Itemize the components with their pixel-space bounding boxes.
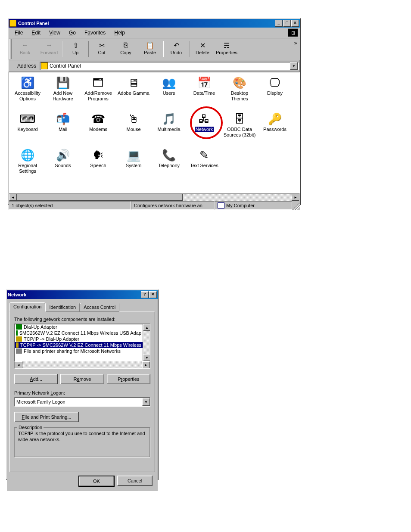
tab-identification[interactable]: Identification bbox=[45, 303, 80, 312]
odbc-icon[interactable]: 🗄ODBC Data Sources (32bit) bbox=[222, 110, 257, 146]
menu-favorites[interactable]: Favorites bbox=[80, 29, 110, 37]
resize-grip-icon[interactable] bbox=[292, 201, 300, 210]
scroll-right-icon[interactable]: ► bbox=[292, 194, 299, 201]
component-item[interactable]: Dial-Up Adapter bbox=[15, 324, 143, 330]
address-bar: Address Control Panel ▼ bbox=[9, 60, 300, 72]
ok-button[interactable]: OK bbox=[78, 476, 115, 487]
modems-icon-label: Modems bbox=[88, 127, 108, 132]
horizontal-scrollbar[interactable]: ◄ ► bbox=[9, 193, 300, 201]
up-button[interactable]: ⇧Up bbox=[63, 39, 87, 57]
network-icon-label: Network bbox=[195, 127, 214, 132]
combo-dropdown-icon[interactable]: ▼ bbox=[142, 398, 150, 406]
network-icon[interactable]: 🖧Network bbox=[187, 110, 222, 146]
menu-edit[interactable]: Edit bbox=[27, 29, 45, 37]
desktop-themes-glyph-icon: 🎨 bbox=[233, 76, 246, 90]
menu-file[interactable]: File bbox=[10, 29, 27, 37]
minimize-button[interactable]: _ bbox=[275, 20, 283, 27]
menu-view[interactable]: View bbox=[45, 29, 65, 37]
help-button[interactable]: ? bbox=[141, 291, 149, 298]
toolbar-overflow-icon[interactable]: » bbox=[292, 39, 299, 59]
adobe-gamma-icon[interactable]: 🖥Adobe Gamma bbox=[116, 74, 151, 110]
properties-button[interactable]: ☴Properties bbox=[215, 39, 239, 57]
add-new-hardware-icon-label: Add New Hardware bbox=[45, 90, 81, 102]
cancel-button[interactable]: Cancel bbox=[117, 476, 153, 486]
add-remove-programs-icon[interactable]: 🗔Add/Remove Programs bbox=[81, 74, 116, 110]
accessibility-options-icon[interactable]: ♿Accessibility Options bbox=[10, 74, 45, 110]
scroll-down-icon[interactable]: ▼ bbox=[143, 354, 150, 361]
menu-help[interactable]: Help bbox=[110, 29, 129, 37]
desktop-themes-icon[interactable]: 🎨Desktop Themes bbox=[222, 74, 257, 110]
paste-button[interactable]: 📋Paste bbox=[138, 39, 162, 57]
date-time-icon[interactable]: 📅Date/Time bbox=[187, 74, 222, 110]
component-item[interactable]: TCP/IP -> SMC2662W V.2 EZ Connect 11 Mbp… bbox=[15, 342, 143, 348]
multimedia-icon[interactable]: 🎵Multimedia bbox=[151, 110, 187, 146]
passwords-icon[interactable]: 🔑Passwords bbox=[257, 110, 293, 146]
component-type-icon bbox=[16, 342, 19, 348]
tab-configuration[interactable]: Configuration bbox=[9, 302, 45, 311]
add-new-hardware-icon[interactable]: 💾Add New Hardware bbox=[45, 74, 81, 110]
listbox-vscroll[interactable]: ▲ ▼ bbox=[143, 324, 150, 361]
status-selection: 1 object(s) selected bbox=[9, 201, 131, 210]
toolbar-separator bbox=[88, 41, 89, 57]
delete-button-label: Delete bbox=[196, 50, 209, 55]
description-groupbox: Description TCP/IP is the protocol you u… bbox=[14, 427, 150, 457]
dialog-titlebar[interactable]: Network ? ✕ bbox=[7, 290, 158, 299]
keyboard-icon[interactable]: ⌨Keyboard bbox=[10, 110, 45, 146]
accessibility-options-icon-label: Accessibility Options bbox=[10, 90, 45, 102]
network-dialog-window: Network ? ✕ ConfigurationIdentificationA… bbox=[6, 289, 159, 480]
display-icon[interactable]: 🖵Display bbox=[257, 74, 293, 110]
undo-button[interactable]: ↶Undo bbox=[164, 39, 188, 57]
telephony-icon[interactable]: 📞Telephony bbox=[151, 146, 187, 183]
component-item[interactable]: File and printer sharing for Microsoft N… bbox=[15, 348, 143, 354]
mouse-icon[interactable]: 🖱Mouse bbox=[116, 110, 151, 146]
description-label: Description bbox=[17, 425, 44, 430]
cut-button[interactable]: ✂Cut bbox=[90, 39, 114, 57]
window-title: Control Panel bbox=[18, 21, 49, 26]
mail-icon[interactable]: 📬Mail bbox=[45, 110, 81, 146]
menu-go[interactable]: Go bbox=[65, 29, 80, 37]
back-button-label: Back bbox=[20, 50, 30, 55]
file-print-sharing-button[interactable]: File and Print Sharing... bbox=[14, 412, 79, 422]
users-icon[interactable]: 👥Users bbox=[151, 74, 187, 110]
close-button[interactable]: ✕ bbox=[291, 20, 299, 27]
scroll-thumb[interactable] bbox=[17, 194, 183, 201]
keyboard-icon-label: Keyboard bbox=[16, 127, 38, 132]
network-glyph-icon: 🖧 bbox=[197, 112, 211, 126]
listbox-hscroll[interactable]: ◄ ► bbox=[14, 361, 150, 369]
titlebar[interactable]: Control Panel _ □ ✕ bbox=[9, 19, 300, 28]
cut-icon: ✂ bbox=[97, 41, 106, 49]
add-remove-programs-icon-label: Add/Remove Programs bbox=[81, 90, 116, 102]
remove-button[interactable]: Remove bbox=[60, 374, 104, 384]
speech-icon-label: Speech bbox=[89, 163, 107, 168]
properties-button[interactable]: Properties bbox=[107, 374, 150, 384]
icon-area: ♿Accessibility Options💾Add New Hardware🗔… bbox=[9, 72, 300, 193]
scroll-up-icon[interactable]: ▲ bbox=[143, 324, 150, 331]
component-label: TCP/IP -> SMC2662W V.2 EZ Connect 11 Mbp… bbox=[20, 342, 141, 348]
address-field[interactable]: Control Panel ▼ bbox=[40, 62, 299, 70]
listbox-scroll-right-icon[interactable]: ► bbox=[142, 361, 150, 368]
text-services-icon[interactable]: ✎Text Services bbox=[187, 146, 222, 183]
primary-logon-combo[interactable]: Microsoft Family Logon ▼ bbox=[14, 397, 150, 407]
speech-icon[interactable]: 🗣Speech bbox=[81, 146, 116, 183]
add-button[interactable]: Add... bbox=[14, 374, 58, 384]
component-item[interactable]: TCP/IP -> Dial-Up Adapter bbox=[15, 336, 143, 342]
telephony-glyph-icon: 📞 bbox=[162, 148, 176, 162]
address-dropdown-icon[interactable]: ▼ bbox=[290, 62, 298, 70]
tab-access-control[interactable]: Access Control bbox=[80, 303, 119, 312]
dialog-close-button[interactable]: ✕ bbox=[149, 291, 157, 298]
components-listbox[interactable]: Dial-Up AdapterSMC2662W V.2 EZ Connect 1… bbox=[14, 324, 150, 361]
modems-icon[interactable]: ☎Modems bbox=[81, 110, 116, 146]
maximize-button[interactable]: □ bbox=[283, 20, 291, 27]
component-label: File and printer sharing for Microsoft N… bbox=[24, 348, 121, 354]
sounds-icon[interactable]: 🔊Sounds bbox=[45, 146, 81, 183]
regional-settings-icon[interactable]: 🌐Regional Settings bbox=[10, 146, 45, 183]
delete-button[interactable]: ✕Delete bbox=[190, 39, 215, 57]
listbox-scroll-left-icon[interactable]: ◄ bbox=[15, 361, 22, 368]
scroll-left-icon[interactable]: ◄ bbox=[9, 194, 17, 201]
component-item[interactable]: SMC2662W V.2 EZ Connect 11 Mbps Wireless… bbox=[15, 330, 143, 336]
mouse-glyph-icon: 🖱 bbox=[127, 112, 140, 126]
toolbar-handle[interactable] bbox=[9, 39, 12, 59]
copy-button[interactable]: ⎘Copy bbox=[114, 39, 138, 57]
system-icon[interactable]: 💻System bbox=[116, 146, 151, 183]
keyboard-glyph-icon: ⌨ bbox=[21, 112, 34, 126]
